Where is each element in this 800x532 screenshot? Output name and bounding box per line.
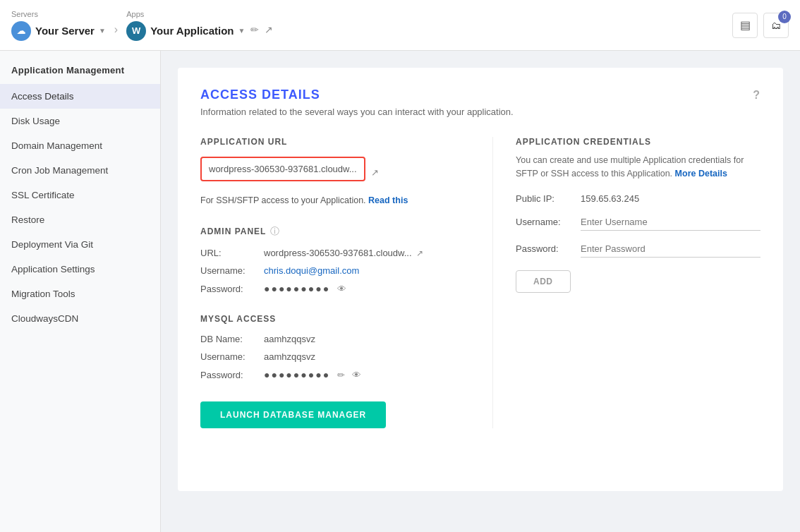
application-url-box[interactable]: wordpress-306530-937681.cloudw... <box>200 157 365 181</box>
layout-icon-button[interactable]: ▤ <box>732 13 758 38</box>
left-section: APPLICATION URL wordpress-306530-937681.… <box>200 137 464 428</box>
admin-username-value: chris.doqui@gmail.com <box>264 265 359 276</box>
help-icon[interactable]: ? <box>753 89 760 102</box>
page-title-text: ACCESS DETAILS <box>200 87 320 102</box>
right-section: APPLICATION CREDENTIALS You can create a… <box>492 137 760 428</box>
cred-password-label: Password: <box>516 243 572 254</box>
admin-panel-info-icon[interactable]: ⓘ <box>270 225 279 238</box>
public-ip-value: 159.65.63.245 <box>581 193 639 204</box>
wordpress-icon: W <box>126 21 146 41</box>
admin-url-row: URL: wordpress-306530-937681.cloudw... ↗ <box>200 248 464 258</box>
add-credentials-button[interactable]: ADD <box>516 270 571 293</box>
open-app-icon[interactable]: ↗ <box>265 24 273 35</box>
credentials-title: APPLICATION CREDENTIALS <box>516 137 760 147</box>
sidebar-item-cron-job-management[interactable]: Cron Job Management <box>0 158 160 183</box>
main-content: ACCESS DETAILS ? Information related to … <box>161 51 800 532</box>
nav-separator: › <box>114 23 118 36</box>
admin-password-row: Password: ●●●●●●●●● 👁 <box>200 283 464 294</box>
apps-label: Apps <box>126 10 245 18</box>
mysql-password-value: ●●●●●●●●● ✏ 👁 <box>264 369 361 380</box>
read-this-link[interactable]: Read this <box>368 195 408 205</box>
server-dropdown-icon: ▼ <box>99 27 106 35</box>
app-url-external-link-icon[interactable]: ↗ <box>371 167 379 178</box>
admin-password-toggle-icon[interactable]: 👁 <box>337 284 346 294</box>
content-card: ACCESS DETAILS ? Information related to … <box>178 68 783 491</box>
sidebar-item-domain-management[interactable]: Domain Management <box>0 133 160 158</box>
mysql-username-value: aamhzqqsvz <box>264 351 315 362</box>
mysql-password-label: Password: <box>200 370 264 380</box>
public-ip-row: Public IP: 159.65.63.245 <box>516 193 760 204</box>
main-layout: Application Management Access Details Di… <box>0 51 800 532</box>
admin-url-external-link-icon[interactable]: ↗ <box>416 248 423 258</box>
mysql-password-edit-icon[interactable]: ✏ <box>337 370 345 380</box>
admin-username-row: Username: chris.doqui@gmail.com <box>200 265 464 276</box>
admin-password-value: ●●●●●●●●● 👁 <box>264 283 346 294</box>
notification-badge: 0 <box>778 11 791 23</box>
admin-panel-section-title: ADMIN PANEL <box>200 226 266 236</box>
sections-row: APPLICATION URL wordpress-306530-937681.… <box>200 137 760 428</box>
app-selector[interactable]: W Your Application ▼ <box>126 21 245 41</box>
cred-username-row: Username: <box>516 214 760 231</box>
launch-database-manager-button[interactable]: LAUNCH DATABASE MANAGER <box>200 401 386 428</box>
app-url-section-title: APPLICATION URL <box>200 137 464 147</box>
admin-username-label: Username: <box>200 265 264 276</box>
server-selector[interactable]: ☁ Your Server ▼ <box>11 21 106 41</box>
sidebar: Application Management Access Details Di… <box>0 51 161 532</box>
mysql-username-label: Username: <box>200 351 264 362</box>
sidebar-heading: Application Management <box>0 65 160 84</box>
servers-label: Servers <box>11 10 106 18</box>
cred-username-label: Username: <box>516 217 572 227</box>
top-nav-right: ▤ 🗂 0 <box>732 13 789 38</box>
more-details-link[interactable]: More Details <box>675 169 727 179</box>
ssh-note: For SSH/SFTP access to your Application.… <box>200 195 464 205</box>
sidebar-item-access-details[interactable]: Access Details <box>0 84 160 109</box>
mysql-dbname-label: DB Name: <box>200 334 264 344</box>
admin-panel-title-row: ADMIN PANEL ⓘ <box>200 225 464 238</box>
cred-password-row: Password: <box>516 241 760 258</box>
application-url-text: wordpress-306530-937681.cloudw... <box>209 164 357 174</box>
mysql-password-toggle-icon[interactable]: 👁 <box>352 370 361 380</box>
sidebar-item-ssl-certificate[interactable]: SSL Certificate <box>0 183 160 207</box>
page-subtitle: Information related to the several ways … <box>200 107 760 117</box>
page-title-row: ACCESS DETAILS ? <box>200 87 760 102</box>
servers-section: Servers ☁ Your Server ▼ <box>11 10 106 41</box>
top-nav: Servers ☁ Your Server ▼ › Apps W Your Ap… <box>0 0 800 51</box>
admin-url-value: wordpress-306530-937681.cloudw... ↗ <box>264 248 423 258</box>
mysql-username-row: Username: aamhzqqsvz <box>200 351 464 362</box>
sidebar-item-cloudwayscdn[interactable]: CloudwaysCDN <box>0 306 160 331</box>
apps-section: Apps W Your Application ▼ <box>126 10 245 41</box>
mysql-dbname-row: DB Name: aamhzqqsvz <box>200 334 464 344</box>
sidebar-item-migration-tools[interactable]: Migration Tools <box>0 282 160 306</box>
sidebar-item-application-settings[interactable]: Application Settings <box>0 257 160 282</box>
sidebar-item-deployment-via-git[interactable]: Deployment Via Git <box>0 232 160 257</box>
server-name: Your Server <box>35 25 95 37</box>
notification-button[interactable]: 🗂 0 <box>763 13 789 38</box>
cred-password-input[interactable] <box>581 241 760 258</box>
sidebar-item-restore[interactable]: Restore <box>0 207 160 232</box>
server-icon: ☁ <box>11 21 31 41</box>
admin-url-label: URL: <box>200 248 264 258</box>
credentials-description: You can create and use multiple Applicat… <box>516 154 760 181</box>
app-name: Your Application <box>150 25 234 37</box>
edit-app-icon[interactable]: ✏ <box>250 24 259 35</box>
mysql-section-title: MYSQL ACCESS <box>200 314 464 324</box>
admin-password-label: Password: <box>200 284 264 294</box>
public-ip-label: Public IP: <box>516 193 572 204</box>
cred-username-input[interactable] <box>581 214 760 231</box>
mysql-password-row: Password: ●●●●●●●●● ✏ 👁 <box>200 369 464 380</box>
app-dropdown-icon: ▼ <box>238 27 246 35</box>
app-actions: ✏ ↗ <box>250 24 273 35</box>
sidebar-item-disk-usage[interactable]: Disk Usage <box>0 109 160 133</box>
mysql-dbname-value: aamhzqqsvz <box>264 334 315 344</box>
